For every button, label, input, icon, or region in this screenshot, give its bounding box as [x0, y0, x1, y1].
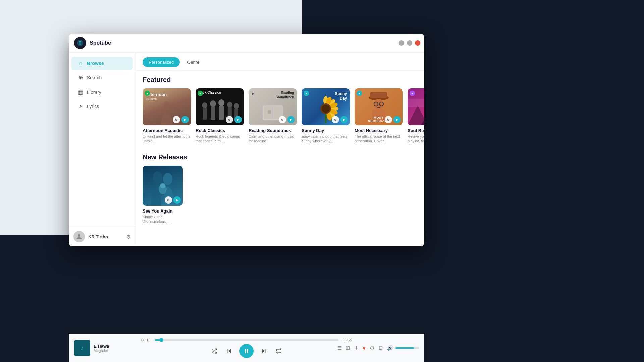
main-content: Personalized Genre Featured Afternoon Ac…	[136, 53, 424, 246]
card-name-seeyou: See You Again	[143, 208, 183, 214]
sidebar-item-search[interactable]: ⊕ Search	[71, 71, 133, 84]
sidebar-bottom: KR.Tirtho ⚙	[69, 227, 136, 246]
history-button[interactable]: ⏱	[370, 345, 375, 351]
featured-title: Featured	[143, 76, 418, 84]
volume-icon[interactable]: 🔊	[387, 345, 393, 351]
card-actions-necessary: ⊕ ▶	[385, 116, 401, 123]
add-to-library-btn-seeyou[interactable]: ⊕	[165, 196, 172, 204]
card-actions-reading: ⊕ ▶	[279, 116, 295, 123]
card-image-afternoon: Afternoon Acoustic ●	[143, 88, 191, 125]
svg-point-42	[160, 183, 165, 188]
titlebar: Spotube ─ □ ✕	[69, 34, 424, 53]
card-reading-soundtrack[interactable]: ReadingSoundtrack ▶	[249, 88, 297, 144]
svg-point-30	[373, 99, 384, 110]
volume-bar-fill	[395, 347, 414, 349]
card-desc-seeyou: Single • The Chainsmokers, ILLENIU...	[143, 215, 183, 224]
svg-text:♪: ♪	[81, 345, 84, 351]
card-soul-revived[interactable]: SoulRevived ● ⊕ ▶ Soul Revived Revive yo	[408, 88, 424, 144]
play-pause-button[interactable]	[239, 344, 254, 358]
svg-point-26	[322, 105, 330, 113]
tab-genre[interactable]: Genre	[181, 57, 205, 67]
add-to-library-btn-necessary[interactable]: ⊕	[385, 116, 392, 123]
add-to-library-btn-afternoon[interactable]: ⊕	[173, 116, 180, 123]
card-image-sunny: SunnyDay	[302, 88, 350, 125]
tab-personalized[interactable]: Personalized	[143, 57, 180, 67]
card-afternoon-acoustic[interactable]: Afternoon Acoustic ●	[143, 88, 191, 144]
player-controls	[210, 344, 283, 358]
sidebar-item-browse[interactable]: ⌂ Browse	[71, 57, 133, 70]
queue-button[interactable]: ☰	[337, 345, 342, 351]
svg-rect-16	[268, 110, 271, 114]
card-name-sunny: Sunny Day	[302, 128, 350, 133]
shuffle-button[interactable]	[210, 347, 219, 355]
track-name: E Hawa	[94, 344, 109, 349]
sidebar-item-lyrics-label: Lyrics	[87, 104, 99, 109]
card-most-necessary[interactable]: MOSTNECESSARY ● ⊕ ▶ Most Necessary The o	[355, 88, 403, 144]
card-desc-necessary: The official voice of the next generatio…	[355, 134, 403, 144]
add-to-library-btn-sunny[interactable]: ⊕	[332, 116, 339, 123]
volume-bar[interactable]	[395, 347, 419, 349]
svg-point-11	[234, 103, 239, 109]
card-rock-classics[interactable]: Rock Classics	[196, 88, 244, 144]
sidebar-item-search-label: Search	[87, 75, 102, 80]
filter-button[interactable]: ⊞	[346, 345, 350, 351]
card-desc-soul: Revive your soul with this playlist, fea…	[408, 134, 424, 144]
svg-rect-29	[370, 92, 387, 98]
fullscreen-button[interactable]: ⊡	[379, 345, 383, 351]
svg-point-3	[202, 102, 207, 108]
svg-point-39	[153, 171, 162, 183]
card-desc-sunny: Easy listening pop that feels sunny wher…	[302, 134, 350, 144]
card-desc-rock: Rock legends & epic songs that continue …	[196, 134, 244, 144]
play-btn-rock[interactable]: ▶	[234, 116, 242, 123]
prev-button[interactable]	[225, 347, 233, 355]
player-right: ☰ ⊞ ⬇ ♥ ⏱ ⊡ 🔊	[352, 345, 419, 351]
card-desc-afternoon: Unwind and let the afternoon unfold.	[143, 134, 191, 144]
sidebar-item-library[interactable]: ▦ Library	[71, 85, 133, 99]
next-button[interactable]	[260, 347, 268, 355]
add-to-library-btn-reading[interactable]: ⊕	[279, 116, 286, 123]
current-time: 00:13	[141, 338, 152, 342]
settings-icon[interactable]: ⚙	[126, 234, 131, 240]
content-scroll: Featured Afternoon Acoustic	[136, 71, 424, 239]
close-button[interactable]: ✕	[415, 40, 420, 46]
card-image-necessary: MOSTNECESSARY ● ⊕ ▶	[355, 88, 403, 125]
now-playing-track: ♪ E Hawa Meghdol	[74, 340, 141, 356]
now-playing-bar: ♪ E Hawa Meghdol 00:13 05:55	[69, 334, 424, 362]
card-see-you-again[interactable]: ⊕ ▶ See You Again Single • The Chainsmok…	[143, 166, 183, 224]
user-name: KR.Tirtho	[88, 234, 123, 239]
featured-cards-row: Afternoon Acoustic ●	[143, 88, 418, 144]
repeat-button[interactable]	[274, 347, 283, 355]
sidebar-item-lyrics[interactable]: ♪ Lyrics	[71, 100, 133, 113]
svg-point-9	[227, 102, 232, 108]
play-btn-afternoon[interactable]: ▶	[181, 116, 189, 123]
svg-rect-6	[211, 107, 215, 120]
progress-bar[interactable]	[155, 339, 338, 341]
card-name-soul: Soul Revived	[408, 128, 424, 133]
svg-rect-4	[203, 108, 207, 120]
play-btn-sunny[interactable]: ▶	[340, 116, 348, 123]
maximize-button[interactable]: □	[407, 40, 412, 46]
add-to-library-btn-rock[interactable]: ⊕	[226, 116, 233, 123]
card-desc-reading: Calm and quiet piano music for reading	[249, 134, 297, 144]
play-btn-necessary[interactable]: ▶	[393, 116, 401, 123]
card-image-seeyou: ⊕ ▶	[143, 166, 183, 206]
lyrics-icon: ♪	[77, 103, 84, 109]
tabs-bar: Personalized Genre	[136, 53, 424, 71]
svg-point-2	[163, 101, 170, 109]
like-button[interactable]: ♥	[363, 345, 366, 351]
avatar	[73, 231, 85, 242]
minimize-button[interactable]: ─	[399, 40, 404, 46]
sidebar-item-browse-label: Browse	[87, 61, 104, 66]
app-body: ⌂ Browse ⊕ Search ▦ Library ♪ Lyrics	[69, 53, 424, 246]
download-button[interactable]: ⬇	[354, 345, 359, 351]
reading-title-badge: ReadingSoundtrack	[276, 90, 294, 99]
play-btn-seeyou[interactable]: ▶	[173, 196, 181, 204]
svg-marker-35	[408, 105, 424, 125]
card-image-soul: SoulRevived ● ⊕ ▶	[408, 88, 424, 125]
spotify-logo-rock: ●	[198, 90, 204, 97]
play-btn-reading[interactable]: ▶	[287, 116, 295, 123]
card-sunny-day[interactable]: SunnyDay	[302, 88, 350, 144]
app-title: Spotube	[90, 40, 111, 46]
spotify-logo-reading: ▶	[251, 90, 257, 97]
player-center: 00:13 05:55	[141, 338, 352, 358]
